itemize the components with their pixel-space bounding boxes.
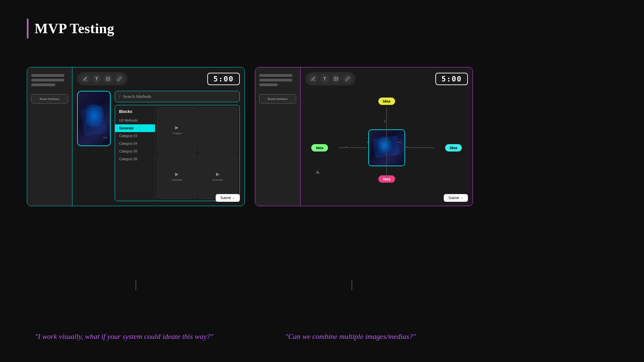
left-toolbar: T 5:00	[77, 72, 240, 85]
block-item-cat03[interactable]: Category 03	[115, 132, 155, 140]
block-card-empty[interactable]	[198, 107, 238, 153]
right-sidebar-lines	[259, 74, 296, 86]
right-submit-button[interactable]: Submit →	[444, 194, 468, 202]
sidebar-line-3	[31, 83, 55, 86]
search-blocks-area: / Search Methods Blocks UX Methods Gener…	[115, 91, 240, 201]
right-arrow-symbol: →	[398, 139, 400, 144]
right-brand-attributes-button[interactable]: Brand Attributes	[259, 94, 296, 104]
toolbar-icons-left: T	[77, 72, 127, 85]
block-label-images: Images	[173, 132, 181, 135]
svg-point-1	[107, 78, 108, 78]
right-panel-connector	[352, 281, 352, 290]
block-label-example1: Example	[172, 178, 182, 181]
phone-label: Test	[103, 136, 107, 139]
right-link-icon[interactable]	[343, 74, 352, 83]
search-slash-icon: /	[119, 94, 120, 99]
right-pen-icon[interactable]	[309, 74, 318, 83]
left-panel-main: T 5:00	[72, 67, 245, 206]
block-item-cat04[interactable]: Category 04	[115, 140, 155, 147]
center-image	[368, 129, 405, 166]
phone-mockup: Test	[77, 91, 111, 146]
send-arrow-icon: ➤	[314, 168, 322, 177]
panels-container: Brand Attributes T	[27, 67, 473, 206]
title-accent-bar	[27, 18, 29, 39]
left-panel: Brand Attributes T	[27, 67, 245, 206]
brand-attributes-button[interactable]: Brand Attributes	[31, 94, 68, 104]
blocks-panel: Blocks UX Methods Generate Category 03 C…	[115, 105, 240, 201]
idea-node-top: Idea	[378, 98, 395, 105]
block-card-example2[interactable]: ▶ Example	[198, 154, 238, 199]
play-icon-1: ▶	[175, 125, 179, 130]
block-item-generate[interactable]: Generate	[115, 124, 155, 132]
block-card-example1[interactable]: ▶ Example	[157, 154, 197, 199]
play-icon-2: ▶	[175, 171, 179, 177]
link-icon[interactable]	[115, 74, 124, 83]
search-bar[interactable]: / Search Methods	[115, 91, 240, 102]
play-icon-3: ▶	[216, 171, 220, 177]
idea-node-left: Idea	[311, 144, 328, 152]
svg-text:→: →	[406, 144, 409, 149]
sidebar-line-1	[31, 74, 64, 77]
right-panel: Brand Attributes T	[255, 67, 473, 206]
right-panel-sidebar: Brand Attributes	[255, 67, 301, 206]
center-image-bg	[369, 130, 405, 166]
sidebar-lines	[31, 74, 68, 86]
left-submit-button[interactable]: Submit →	[216, 194, 240, 202]
sidebar-line-2	[31, 79, 64, 81]
page-title-section: MVP Testing	[27, 18, 114, 39]
page-title: MVP Testing	[35, 20, 114, 37]
svg-text:←: ←	[345, 144, 348, 149]
block-item-cat06[interactable]: Category 06	[115, 155, 155, 163]
right-sidebar-line-1	[259, 74, 292, 77]
right-quote-text: "Can we combine multiple images/medias?"	[253, 331, 448, 342]
right-sidebar-line-3	[259, 83, 278, 86]
left-timer: 5:00	[207, 73, 240, 85]
svg-point-3	[335, 78, 336, 78]
block-label-example2: Example	[213, 178, 223, 181]
left-panel-connector	[136, 281, 136, 290]
right-toolbar: T 5:00	[305, 72, 468, 85]
text-icon[interactable]: T	[92, 74, 101, 83]
idea-node-bottom: Idea	[378, 175, 395, 183]
left-arrow-symbol: ←	[367, 139, 370, 144]
pen-icon[interactable]	[80, 74, 90, 83]
right-quote-section: "Can we combine multiple images/medias?"	[253, 331, 448, 342]
right-text-icon[interactable]: T	[320, 74, 329, 83]
phone-screen: Test	[78, 92, 110, 145]
right-panel-main: T 5:00	[301, 67, 473, 206]
blocks-list: Blocks UX Methods Generate Category 03 C…	[115, 105, 155, 201]
right-image-icon[interactable]	[331, 74, 341, 83]
toolbar-icons-right: T	[305, 72, 356, 85]
left-quote-section: "I work visually, what if your system co…	[27, 331, 221, 342]
blocks-grid: ▶ Images ▶ Example ▶ Example	[155, 105, 239, 201]
block-item-ux-methods[interactable]: UX Methods	[115, 117, 155, 124]
left-panel-content: Test / Search Methods Blocks UX Methods …	[77, 91, 240, 201]
idea-map: Idea Idea Idea Idea	[305, 94, 468, 201]
left-panel-sidebar: Brand Attributes	[27, 67, 72, 206]
right-timer: 5:00	[435, 73, 468, 85]
up-arrow-symbol: ↑	[383, 119, 386, 124]
block-card-images[interactable]: ▶ Images	[157, 107, 197, 153]
search-placeholder-text: Search Methods	[123, 94, 151, 99]
image-icon[interactable]	[103, 74, 113, 83]
left-quote-text: "I work visually, what if your system co…	[27, 331, 221, 342]
idea-node-right: Idea	[445, 144, 462, 152]
block-item-cat05[interactable]: Category 05	[115, 147, 155, 155]
right-sidebar-line-2	[259, 79, 292, 81]
blocks-title: Blocks	[115, 108, 155, 117]
